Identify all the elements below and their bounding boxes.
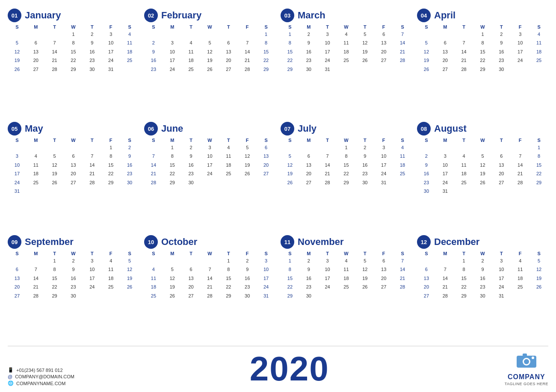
day-cell: 29 [101, 179, 120, 187]
day-cell [337, 65, 356, 74]
day-cell: 15 [219, 274, 238, 283]
day-header-cell: S [120, 24, 139, 30]
day-cell: 20 [299, 170, 318, 178]
day-cell: 8 [455, 265, 473, 274]
day-cell: 1 [281, 30, 299, 38]
day-cell [219, 179, 238, 187]
day-cell: 26 [163, 292, 182, 300]
day-cell: 22 [529, 170, 548, 178]
day-cell: 28 [393, 283, 412, 291]
day-header-cell: W [201, 24, 219, 30]
day-cell: 17 [511, 48, 529, 56]
day-cell: 7 [393, 257, 412, 265]
day-cell: 13 [374, 265, 393, 274]
day-cell: 23 [355, 170, 374, 178]
day-cell: 22 [219, 283, 238, 291]
calendar-container: 01JanuarySMTWTFS123456789101112131415161… [0, 0, 556, 392]
day-cell: 15 [101, 161, 120, 169]
cal-grid-07: SMTWTFS123456789101112131415161718192021… [281, 137, 412, 187]
month-name-04: April [434, 10, 455, 21]
day-header-cell: T [45, 24, 64, 30]
day-cell: 27 [417, 292, 436, 300]
day-cell: 25 [120, 56, 139, 65]
web-icon: 🌐 [8, 380, 14, 386]
day-cell: 17 [318, 48, 337, 56]
month-header-10: 10October [144, 235, 275, 249]
day-header-cell: W [64, 137, 83, 143]
day-cell: 15 [473, 48, 492, 56]
company-tagline: TAGLINE GOES HERE [505, 382, 548, 386]
day-cell: 16 [417, 170, 436, 178]
day-cell [120, 65, 139, 74]
day-cell: 17 [8, 170, 27, 178]
day-cell [219, 30, 238, 38]
day-header-cell: M [436, 24, 455, 30]
day-cell: 15 [163, 161, 182, 169]
day-cell: 1 [163, 144, 182, 152]
day-cell: 24 [318, 56, 337, 65]
day-cell: 9 [417, 161, 436, 169]
day-cell: 10 [101, 39, 120, 47]
month-block-08: 08AugustSMTWTFS1234567891011121314151617… [417, 122, 548, 232]
day-cell [529, 292, 548, 300]
day-header-cell: M [299, 251, 318, 256]
day-cell: 17 [257, 274, 275, 283]
day-cell: 30 [120, 179, 139, 187]
day-cell: 25 [337, 56, 356, 65]
day-cell: 26 [201, 65, 219, 74]
day-cell: 5 [201, 39, 219, 47]
day-cell: 2 [238, 257, 257, 265]
day-cell: 18 [529, 48, 548, 56]
day-header-cell: T [219, 251, 238, 256]
day-cell [83, 144, 101, 152]
month-block-07: 07JulySMTWTFS123456789101112131415161718… [281, 122, 412, 232]
day-header-cell: S [8, 24, 27, 30]
month-block-11: 11NovemberSMTWTFS12345678910111213141516… [281, 235, 412, 345]
day-header-cell: S [529, 137, 548, 143]
day-cell: 11 [529, 39, 548, 47]
email-item: @ COMPANY@DOMAIN.COM [8, 374, 74, 379]
day-cell: 27 [436, 65, 455, 74]
day-header-cell: S [120, 137, 139, 143]
month-header-04: 04April [417, 9, 548, 22]
day-cell: 27 [219, 65, 238, 74]
month-block-06: 06JuneSMTWTFS123456789101112131415161718… [144, 122, 275, 232]
svg-point-4 [532, 357, 534, 359]
day-cell [144, 144, 163, 152]
day-cell: 11 [182, 48, 201, 56]
day-cell: 13 [27, 48, 45, 56]
day-cell: 17 [374, 161, 393, 169]
day-cell: 6 [182, 265, 201, 274]
day-header-cell: F [374, 251, 393, 256]
day-cell: 8 [45, 265, 64, 274]
day-header-cell: T [45, 137, 64, 143]
day-cell: 23 [299, 283, 318, 291]
day-cell [163, 30, 182, 38]
day-header-cell: F [101, 137, 120, 143]
month-badge-09: 09 [8, 235, 21, 249]
day-header-cell: T [83, 24, 101, 30]
day-header-cell: M [163, 24, 182, 30]
day-cell: 29 [45, 292, 64, 300]
day-header-cell: T [455, 24, 473, 30]
day-cell [492, 187, 511, 195]
day-cell: 28 [455, 65, 473, 74]
cal-grid-03: SMTWTFS123456789101112131415161718192021… [281, 24, 412, 74]
day-header-cell: W [201, 251, 219, 256]
day-cell [511, 65, 529, 74]
day-header-cell: T [219, 24, 238, 30]
day-cell: 25 [511, 283, 529, 291]
month-name-11: November [298, 236, 344, 248]
day-cell: 3 [436, 152, 455, 160]
day-cell: 26 [529, 283, 548, 291]
day-cell [473, 144, 492, 152]
day-cell: 14 [45, 48, 64, 56]
day-header-cell: S [417, 24, 436, 30]
day-cell [299, 144, 318, 152]
day-cell: 3 [511, 30, 529, 38]
day-cell: 7 [393, 30, 412, 38]
day-cell: 14 [393, 265, 412, 274]
day-cell: 1 [45, 257, 64, 265]
day-cell: 12 [8, 48, 27, 56]
day-cell: 12 [355, 265, 374, 274]
